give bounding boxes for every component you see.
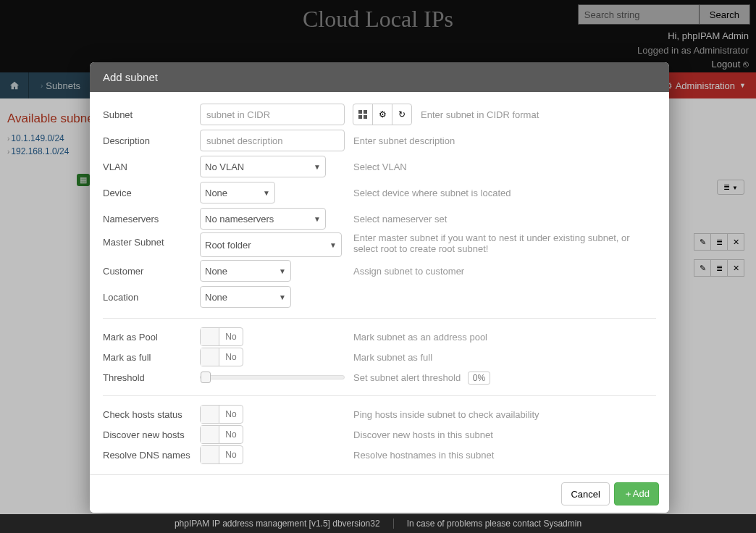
svg-rect-0 xyxy=(358,110,362,114)
description-label: Description xyxy=(103,135,200,146)
separator xyxy=(103,395,656,396)
full-label: Mark as full xyxy=(103,352,200,363)
threshold-label: Threshold xyxy=(103,372,200,383)
nameservers-select[interactable]: No nameservers▼ xyxy=(200,208,326,230)
caret-down-icon: ▼ xyxy=(279,293,286,301)
nameservers-label: Nameservers xyxy=(103,214,200,224)
resolve-toggle[interactable]: No xyxy=(200,445,243,464)
svg-rect-1 xyxy=(364,110,367,114)
discover-help: Discover new hosts in this subnet xyxy=(353,429,656,440)
discover-toggle[interactable]: No xyxy=(200,425,243,444)
caret-down-icon: ▼ xyxy=(314,163,321,171)
caret-down-icon: ▼ xyxy=(263,189,270,197)
location-select[interactable]: None▼ xyxy=(200,286,291,308)
subnet-label: Subnet xyxy=(103,109,200,120)
footer-left: phpIPAM IP address management [v1.5] dbv… xyxy=(175,519,380,529)
threshold-slider[interactable] xyxy=(200,375,345,379)
description-help: Enter subnet description xyxy=(353,135,656,146)
threshold-help: Set subnet alert threshold 0% xyxy=(353,372,656,383)
device-label: Device xyxy=(103,188,200,198)
check-toggle[interactable]: No xyxy=(200,405,243,424)
device-help: Select device where subnet is located xyxy=(353,188,656,198)
add-subnet-modal: Add subnet Subnet ⚙ ↻ Enter subnet in CI… xyxy=(90,62,669,513)
resolve-help: Resolve hostnames in this subnet xyxy=(353,450,656,461)
svg-rect-2 xyxy=(358,115,362,119)
vlan-select[interactable]: No VLAN▼ xyxy=(200,156,326,177)
master-select[interactable]: Root folder▼ xyxy=(200,232,342,257)
full-help: Mark subnet as full xyxy=(353,352,656,363)
full-toggle[interactable]: No xyxy=(200,348,243,366)
footer-right: In case of problems please contact Sysad… xyxy=(407,519,581,529)
location-label: Location xyxy=(103,292,200,303)
customer-help: Assign subnet to customer xyxy=(353,266,656,277)
subnet-help: Enter subnet in CIDR format xyxy=(421,109,656,120)
threshold-badge: 0% xyxy=(468,372,490,385)
subnet-tools: ⚙ ↻ xyxy=(353,104,412,125)
resolve-label: Resolve DNS names xyxy=(103,450,200,461)
modal-footer: Cancel ＋Add xyxy=(90,474,669,513)
footer-divider xyxy=(393,519,394,529)
grid-icon-button[interactable] xyxy=(353,104,373,125)
cancel-button[interactable]: Cancel xyxy=(561,482,609,505)
modal-body: Subnet ⚙ ↻ Enter subnet in CIDR format D… xyxy=(90,92,669,464)
separator xyxy=(103,318,656,319)
vlan-label: VLAN xyxy=(103,161,200,172)
subnet-input[interactable] xyxy=(200,104,345,125)
description-input[interactable] xyxy=(200,130,345,151)
vlan-help: Select VLAN xyxy=(353,161,656,172)
discover-label: Discover new hosts xyxy=(103,429,200,440)
customer-label: Customer xyxy=(103,266,200,277)
caret-down-icon: ▼ xyxy=(279,267,286,275)
check-label: Check hosts status xyxy=(103,409,200,420)
device-select[interactable]: None▼ xyxy=(200,182,275,203)
add-button[interactable]: ＋Add xyxy=(614,482,659,505)
caret-down-icon: ▼ xyxy=(329,241,337,249)
gears-icon-button[interactable]: ⚙ xyxy=(372,104,392,125)
pool-toggle[interactable]: No xyxy=(200,327,243,346)
caret-down-icon: ▼ xyxy=(314,215,321,223)
plus-icon: ＋ xyxy=(623,488,633,499)
nameservers-help: Select nameserver set xyxy=(353,214,656,224)
page-footer: phpIPAM IP address management [v1.5] dbv… xyxy=(0,514,756,533)
modal-title: Add subnet xyxy=(90,62,669,92)
master-label: Master Subnet xyxy=(103,232,200,248)
check-help: Ping hosts inside subnet to check availa… xyxy=(353,409,656,420)
customer-select[interactable]: None▼ xyxy=(200,260,291,282)
pool-help: Mark subnet as an address pool xyxy=(353,332,656,343)
refresh-icon-button[interactable]: ↻ xyxy=(392,104,412,125)
pool-label: Mark as Pool xyxy=(103,332,200,343)
svg-rect-3 xyxy=(364,115,367,119)
master-help: Enter master subnet if you want to nest … xyxy=(353,232,656,254)
